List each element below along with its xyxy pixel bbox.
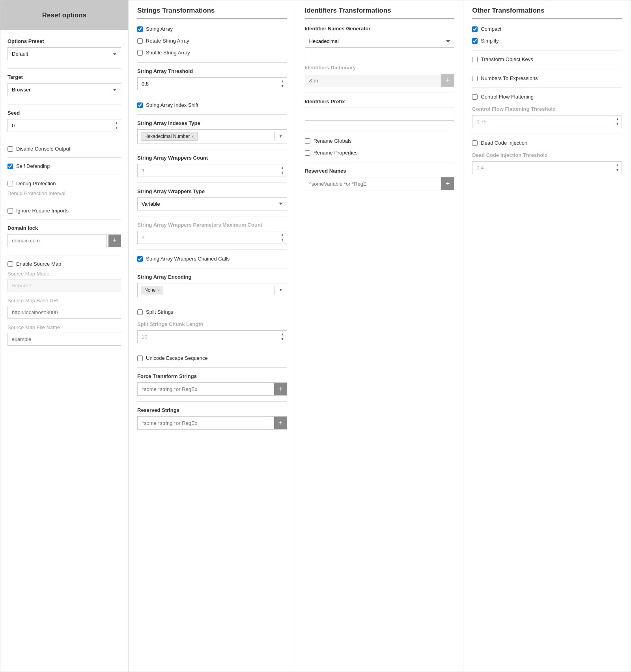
split-strings-checkbox[interactable] bbox=[137, 309, 143, 315]
identifiers-dictionary-add-button[interactable]: + bbox=[441, 74, 454, 87]
identifiers-prefix-input[interactable] bbox=[305, 108, 455, 121]
ignore-require-checkbox[interactable] bbox=[7, 208, 13, 214]
rename-properties-label[interactable]: Rename Properties bbox=[314, 149, 358, 156]
rename-properties-checkbox[interactable] bbox=[305, 150, 310, 156]
string-array-encoding-inner: None × bbox=[138, 283, 274, 297]
chunk-up-btn[interactable]: ▲ bbox=[280, 332, 286, 337]
unicode-escape-checkbox[interactable] bbox=[137, 356, 143, 361]
dead-code-injection-row: Dead Code Injection bbox=[472, 140, 622, 147]
other-divider-3 bbox=[472, 87, 622, 88]
seed-label: Seed bbox=[7, 110, 121, 116]
split-strings-chunk-input[interactable] bbox=[137, 330, 287, 343]
string-array-label[interactable]: String Array bbox=[146, 26, 173, 33]
source-map-base-url-input[interactable] bbox=[7, 306, 121, 319]
encoding-arrow[interactable]: ▼ bbox=[274, 285, 287, 294]
rename-globals-checkbox[interactable] bbox=[305, 138, 310, 144]
reserved-strings-input[interactable] bbox=[138, 417, 274, 429]
wrappers-params-input[interactable] bbox=[137, 231, 287, 244]
simplify-label[interactable]: Simplify bbox=[481, 37, 499, 45]
none-tag-close[interactable]: × bbox=[157, 288, 160, 292]
numbers-to-expressions-checkbox[interactable] bbox=[472, 76, 478, 81]
control-flow-flattening-label[interactable]: Control Flow Flattening bbox=[481, 93, 534, 101]
wrappers-params-up-btn[interactable]: ▲ bbox=[280, 233, 286, 237]
dead-code-threshold-input[interactable] bbox=[472, 161, 622, 174]
domain-lock-add-button[interactable]: + bbox=[108, 235, 121, 247]
seed-up-btn[interactable]: ▲ bbox=[114, 121, 119, 125]
identifiers-column: Identifiers Transformations Identifier N… bbox=[296, 0, 464, 672]
rotate-string-array-checkbox[interactable] bbox=[137, 38, 143, 44]
debug-protection-label[interactable]: Debug Protection bbox=[16, 181, 56, 186]
self-defending-row: Self Defending bbox=[7, 163, 121, 169]
ignore-require-row: Ignore Require Imports bbox=[7, 208, 121, 214]
hexadecimal-number-tag-close[interactable]: × bbox=[191, 134, 194, 139]
simplify-row: Simplify bbox=[472, 37, 622, 45]
shuffle-string-array-checkbox[interactable] bbox=[137, 50, 143, 56]
identifiers-divider-2 bbox=[305, 93, 455, 93]
string-array-threshold-label: String Array Threshold bbox=[137, 68, 287, 74]
options-preset-select[interactable]: Default Low Obfuscation Medium Obfuscati… bbox=[7, 47, 121, 60]
numbers-to-expressions-label[interactable]: Numbers To Expressions bbox=[481, 75, 538, 82]
wrappers-count-down-btn[interactable]: ▼ bbox=[280, 171, 286, 175]
force-transform-input[interactable] bbox=[138, 383, 274, 395]
hexadecimal-number-tag: Hexadecimal Number × bbox=[141, 132, 198, 141]
threshold-up-btn[interactable]: ▲ bbox=[280, 79, 286, 84]
identifier-names-generator-select[interactable]: Hexadecimal Dictionary Mangled Mangled S… bbox=[305, 35, 455, 48]
reset-options-button[interactable]: Reset options bbox=[0, 0, 128, 30]
string-array-threshold-wrapper: ▲ ▼ bbox=[137, 77, 287, 90]
transform-object-keys-checkbox[interactable] bbox=[472, 57, 478, 62]
force-transform-add-button[interactable]: + bbox=[274, 383, 287, 395]
threshold-down-btn[interactable]: ▼ bbox=[280, 84, 286, 88]
seed-input[interactable] bbox=[7, 119, 121, 132]
reserved-strings-add-button[interactable]: + bbox=[274, 417, 287, 429]
string-array-threshold-input[interactable] bbox=[137, 77, 287, 90]
rotate-string-array-label[interactable]: Rotate String Array bbox=[146, 37, 189, 45]
wrappers-params-down-btn[interactable]: ▼ bbox=[280, 238, 286, 242]
shuffle-string-array-label[interactable]: Shuffle String Array bbox=[146, 49, 190, 56]
simplify-checkbox[interactable] bbox=[472, 38, 478, 44]
chunk-down-btn[interactable]: ▼ bbox=[280, 337, 286, 341]
string-array-index-shift-label[interactable]: String Array Index Shift bbox=[146, 102, 198, 109]
reserved-names-input[interactable] bbox=[305, 178, 442, 190]
string-array-wrappers-type-select[interactable]: Variable Function bbox=[137, 197, 287, 210]
ignore-require-label[interactable]: Ignore Require Imports bbox=[16, 208, 69, 214]
wrappers-count-up-btn[interactable]: ▲ bbox=[280, 166, 286, 170]
control-flow-threshold-up-btn[interactable]: ▲ bbox=[614, 117, 620, 121]
rename-globals-label[interactable]: Rename Globals bbox=[314, 138, 352, 145]
source-map-mode-select[interactable]: Separate Inline bbox=[7, 279, 121, 292]
source-map-file-name-input[interactable] bbox=[7, 333, 121, 346]
dead-code-injection-label[interactable]: Dead Code Injection bbox=[481, 140, 527, 147]
self-defending-checkbox[interactable] bbox=[7, 164, 13, 169]
indexes-type-arrow[interactable]: ▼ bbox=[274, 132, 287, 141]
control-flow-threshold-input[interactable] bbox=[472, 115, 622, 128]
divider-5 bbox=[7, 175, 121, 175]
strings-divider-12 bbox=[137, 401, 287, 402]
transform-object-keys-label[interactable]: Transform Object Keys bbox=[481, 56, 533, 63]
enable-source-map-label[interactable]: Enable Source Map bbox=[16, 261, 61, 267]
dead-code-threshold-up-btn[interactable]: ▲ bbox=[614, 163, 620, 168]
wrappers-count-input[interactable] bbox=[137, 164, 287, 177]
identifiers-dictionary-input[interactable] bbox=[305, 74, 442, 87]
seed-spinners: ▲ ▼ bbox=[114, 121, 119, 130]
compact-label[interactable]: Compact bbox=[481, 26, 501, 33]
compact-checkbox[interactable] bbox=[472, 26, 478, 32]
control-flow-threshold-down-btn[interactable]: ▼ bbox=[614, 122, 620, 126]
control-flow-flattening-checkbox[interactable] bbox=[472, 94, 478, 100]
debug-protection-checkbox[interactable] bbox=[7, 181, 13, 186]
domain-lock-input[interactable] bbox=[7, 234, 107, 247]
enable-source-map-checkbox[interactable] bbox=[7, 261, 13, 267]
dead-code-injection-checkbox[interactable] bbox=[472, 140, 478, 146]
dead-code-threshold-down-btn[interactable]: ▼ bbox=[614, 168, 620, 172]
string-array-index-shift-checkbox[interactable] bbox=[137, 102, 143, 108]
wrappers-chained-label[interactable]: String Array Wrappers Chained Calls bbox=[146, 255, 230, 262]
reserved-names-add-button[interactable]: + bbox=[441, 177, 454, 190]
seed-down-btn[interactable]: ▼ bbox=[114, 126, 119, 130]
unicode-escape-label[interactable]: Unicode Escape Sequence bbox=[146, 355, 208, 362]
disable-console-checkbox[interactable] bbox=[7, 146, 13, 152]
target-select[interactable]: Browser Browser No Eval Node bbox=[7, 83, 121, 96]
string-array-checkbox[interactable] bbox=[137, 26, 143, 32]
divider-4 bbox=[7, 157, 121, 158]
disable-console-label[interactable]: Disable Console Output bbox=[16, 146, 70, 152]
self-defending-label[interactable]: Self Defending bbox=[16, 163, 50, 169]
split-strings-label[interactable]: Split Strings bbox=[146, 309, 173, 316]
wrappers-chained-checkbox[interactable] bbox=[137, 256, 143, 262]
